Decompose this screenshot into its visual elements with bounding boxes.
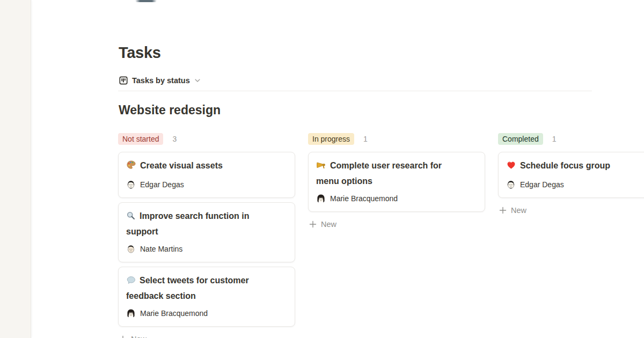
edgar-degas-avatar [506, 180, 516, 189]
plus-icon [119, 335, 127, 338]
chevron-down-icon [194, 77, 201, 84]
assignee-name: Marie Bracquemond [330, 194, 398, 203]
marie-bracquemond-avatar [126, 308, 136, 318]
megaphone-icon [316, 160, 326, 174]
view-label: Tasks by status [132, 76, 190, 85]
assignee-row: Edgar Degas [506, 178, 644, 191]
card-count: 1 [363, 135, 368, 143]
column-not-started: Not started 3 Create visual assets [118, 133, 295, 338]
card-title: Select tweets for customer feedback sect… [126, 274, 267, 303]
new-card-button[interactable]: New [118, 333, 295, 338]
column-header: Not started 3 [118, 133, 295, 145]
marie-bracquemond-avatar [316, 194, 326, 203]
column-in-progress: In progress 1 Complete user research for… [308, 133, 485, 230]
board-view-icon [119, 76, 128, 85]
status-pill-not-started[interactable]: Not started [118, 133, 163, 145]
card-title: Improve search function in support [126, 209, 267, 239]
artist-palette-icon [126, 160, 136, 174]
assignee-name: Nate Martins [140, 245, 182, 253]
assignee-row: Nate Martins [126, 243, 287, 255]
speech-bubble-icon [126, 275, 136, 289]
card-title: Schedule focus group [506, 159, 644, 174]
status-pill-in-progress[interactable]: In progress [308, 133, 354, 145]
task-card[interactable]: Select tweets for customer feedback sect… [118, 267, 295, 327]
collapsed-sidebar-rail [0, 0, 31, 338]
card-count: 1 [552, 135, 557, 143]
column-header: Completed 1 [498, 133, 644, 145]
task-card[interactable]: Improve search function in support Nate … [118, 202, 295, 262]
assignee-name: Edgar Degas [520, 180, 564, 189]
magnifying-glass-icon [126, 211, 136, 225]
view-switcher[interactable]: Tasks by status [118, 74, 202, 87]
assignee-row: Marie Bracquemond [126, 307, 287, 320]
card-count: 3 [172, 135, 177, 143]
assignee-name: Edgar Degas [140, 180, 184, 189]
card-title: Create visual assets [126, 159, 267, 174]
group-title: Website redesign [119, 101, 644, 119]
status-pill-completed[interactable]: Completed [498, 133, 543, 145]
plus-icon [309, 221, 317, 228]
card-title: Complete user research for menu options [316, 159, 457, 188]
column-completed: Completed 1 Schedule focus group [498, 133, 644, 216]
kanban-board: Not started 3 Create visual assets [118, 133, 644, 338]
new-card-button[interactable]: New [498, 204, 644, 216]
assignee-row: Marie Bracquemond [316, 192, 477, 205]
task-card[interactable]: Create visual assets [118, 152, 295, 198]
page-title: Tasks [119, 43, 644, 62]
page-content: Tasks Tasks by status Website redesign N… [118, 0, 644, 338]
task-card[interactable]: Schedule focus group [498, 152, 644, 198]
assignee-row: Edgar Degas [126, 178, 287, 191]
task-card[interactable]: Complete user research for menu options … [308, 152, 485, 212]
new-card-button[interactable]: New [308, 218, 485, 230]
assignee-name: Marie Bracquemond [140, 309, 208, 318]
red-heart-icon [506, 160, 516, 174]
nate-martins-avatar [126, 244, 136, 254]
plus-icon [499, 207, 507, 214]
header-divider [118, 91, 592, 91]
column-header: In progress 1 [308, 133, 485, 145]
edgar-degas-avatar [126, 180, 136, 189]
